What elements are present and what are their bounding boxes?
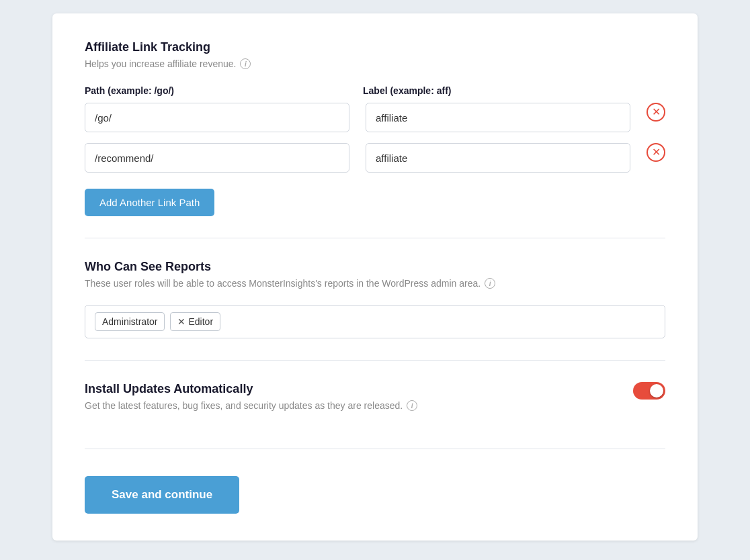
affiliate-desc: Helps you increase affiliate revenue. i xyxy=(85,58,665,69)
path-col-label: Path (example: /go/) xyxy=(85,85,347,96)
remove-row-1-icon: ✕ xyxy=(652,107,661,118)
remove-row-2-icon: ✕ xyxy=(652,147,661,158)
label-input-1[interactable] xyxy=(366,103,630,132)
divider-2 xyxy=(85,360,665,361)
link-path-row-2: ✕ xyxy=(85,143,665,173)
role-administrator-label: Administrator xyxy=(102,316,157,327)
affiliate-section: Affiliate Link Tracking Helps you increa… xyxy=(85,40,665,216)
role-tag-administrator: Administrator xyxy=(95,312,165,331)
updates-desc: Get the latest features, bug fixes, and … xyxy=(85,400,633,411)
role-editor-label: Editor xyxy=(188,316,213,327)
reports-title: Who Can See Reports xyxy=(85,260,665,274)
remove-row-2-button[interactable]: ✕ xyxy=(647,143,665,162)
updates-text: Install Updates Automatically Get the la… xyxy=(85,382,633,427)
reports-info-icon[interactable]: i xyxy=(485,278,495,289)
remove-editor-button[interactable]: ✕ xyxy=(177,317,185,326)
reports-section: Who Can See Reports These user roles wil… xyxy=(85,260,665,338)
spacer xyxy=(641,85,665,96)
updates-toggle-slider xyxy=(633,382,665,400)
affiliate-title: Affiliate Link Tracking xyxy=(85,40,665,54)
save-continue-button[interactable]: Save and continue xyxy=(85,476,239,514)
role-tag-editor: ✕ Editor xyxy=(170,312,220,331)
remove-row-1-button[interactable]: ✕ xyxy=(647,103,665,122)
label-col-label: Label (example: aff) xyxy=(363,85,625,96)
affiliate-info-icon[interactable]: i xyxy=(240,58,251,69)
updates-title: Install Updates Automatically xyxy=(85,382,633,396)
link-path-row-1: ✕ xyxy=(85,103,665,132)
divider-3 xyxy=(85,449,665,449)
updates-info-icon[interactable]: i xyxy=(407,400,417,411)
roles-container: Administrator ✕ Editor xyxy=(85,305,665,338)
updates-toggle[interactable] xyxy=(633,382,665,400)
label-input-2[interactable] xyxy=(366,143,630,173)
reports-desc: These user roles will be able to access … xyxy=(85,278,665,289)
updates-section: Install Updates Automatically Get the la… xyxy=(85,382,665,427)
path-input-1[interactable] xyxy=(85,103,349,132)
field-column-labels: Path (example: /go/) Label (example: aff… xyxy=(85,85,665,96)
path-input-2[interactable] xyxy=(85,143,349,173)
add-link-path-button[interactable]: Add Another Link Path xyxy=(85,189,214,216)
settings-card: Affiliate Link Tracking Helps you increa… xyxy=(52,13,698,541)
divider-1 xyxy=(85,238,665,238)
